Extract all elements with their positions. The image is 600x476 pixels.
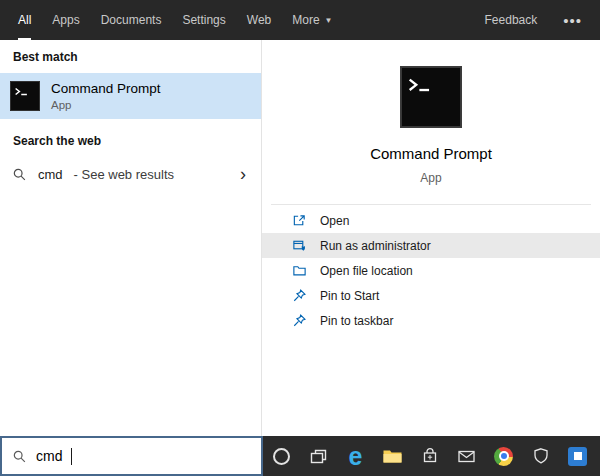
action-run-as-administrator[interactable]: Run as administrator bbox=[262, 233, 600, 258]
result-subtitle: App bbox=[51, 99, 161, 111]
action-label: Pin to taskbar bbox=[320, 314, 393, 328]
filter-tabs: All Apps Documents Settings Web More ▼ bbox=[0, 0, 333, 40]
taskbar-search-input[interactable]: cmd bbox=[0, 436, 263, 476]
tab-more[interactable]: More ▼ bbox=[292, 0, 332, 40]
pin-icon bbox=[292, 313, 307, 328]
overflow-menu-icon[interactable]: ••• bbox=[563, 12, 582, 29]
open-icon bbox=[292, 213, 307, 228]
feedback-button[interactable]: Feedback bbox=[485, 13, 538, 27]
tab-apps[interactable]: Apps bbox=[52, 0, 79, 40]
edge-icon: e bbox=[349, 444, 363, 469]
action-open[interactable]: Open bbox=[262, 208, 600, 233]
context-actions: Open Run as administrator Open file loca… bbox=[262, 208, 600, 333]
pinned-app-button[interactable] bbox=[559, 436, 596, 476]
store-icon bbox=[421, 447, 439, 465]
search-results-area: Best match Command Prompt App Search the… bbox=[0, 40, 600, 436]
taskbar-icons: e bbox=[263, 436, 596, 476]
results-list-panel: Best match Command Prompt App Search the… bbox=[0, 40, 262, 436]
tab-all[interactable]: All bbox=[18, 0, 31, 40]
command-prompt-icon bbox=[10, 81, 40, 111]
text-caret bbox=[71, 448, 72, 465]
action-label: Open bbox=[320, 214, 349, 228]
best-match-text: Command Prompt App bbox=[51, 81, 161, 112]
action-pin-to-start[interactable]: Pin to Start bbox=[262, 283, 600, 308]
search-icon bbox=[12, 449, 27, 464]
search-filter-bar: All Apps Documents Settings Web More ▼ F… bbox=[0, 0, 600, 40]
action-label: Open file location bbox=[320, 264, 413, 278]
cortana-button[interactable] bbox=[263, 436, 300, 476]
pinned-app-icon bbox=[568, 447, 587, 466]
search-input-value: cmd bbox=[36, 448, 62, 464]
defender-button[interactable] bbox=[522, 436, 559, 476]
mail-button[interactable] bbox=[448, 436, 485, 476]
file-explorer-icon bbox=[382, 448, 403, 465]
web-search-result[interactable]: cmd - See web results › bbox=[0, 157, 261, 191]
action-open-file-location[interactable]: Open file location bbox=[262, 258, 600, 283]
best-match-header: Best match bbox=[0, 40, 261, 73]
file-explorer-button[interactable] bbox=[374, 436, 411, 476]
folder-location-icon bbox=[292, 263, 307, 278]
app-preview: Command Prompt App bbox=[262, 40, 600, 185]
preview-app-title: Command Prompt bbox=[370, 145, 492, 162]
topbar-right: Feedback ••• bbox=[485, 0, 600, 40]
taskbar: cmd e bbox=[0, 436, 600, 476]
tab-web[interactable]: Web bbox=[247, 0, 271, 40]
tab-more-label: More bbox=[292, 13, 319, 27]
action-label: Pin to Start bbox=[320, 289, 379, 303]
defender-shield-icon bbox=[532, 447, 550, 465]
search-icon bbox=[12, 167, 27, 182]
cortana-icon bbox=[273, 448, 290, 465]
tab-documents[interactable]: Documents bbox=[101, 0, 162, 40]
preview-app-subtitle: App bbox=[420, 171, 441, 185]
actions-divider bbox=[271, 204, 591, 205]
task-view-icon bbox=[309, 448, 328, 465]
pin-icon bbox=[292, 288, 307, 303]
store-button[interactable] bbox=[411, 436, 448, 476]
chrome-button[interactable] bbox=[485, 436, 522, 476]
chevron-right-icon[interactable]: › bbox=[240, 165, 249, 183]
search-the-web-header: Search the web bbox=[0, 119, 261, 157]
action-label: Run as administrator bbox=[320, 239, 431, 253]
best-match-result-command-prompt[interactable]: Command Prompt App bbox=[0, 73, 261, 119]
run-as-admin-icon bbox=[292, 238, 307, 253]
edge-button[interactable]: e bbox=[337, 436, 374, 476]
chrome-icon bbox=[494, 447, 513, 466]
web-query-text: cmd bbox=[38, 167, 63, 182]
start-search-flyout: All Apps Documents Settings Web More ▼ F… bbox=[0, 0, 600, 476]
web-result-suffix: - See web results bbox=[74, 167, 174, 182]
task-view-button[interactable] bbox=[300, 436, 337, 476]
chevron-down-icon: ▼ bbox=[325, 16, 333, 25]
preview-panel: Command Prompt App Open bbox=[262, 40, 600, 436]
mail-icon bbox=[457, 448, 476, 464]
tab-settings[interactable]: Settings bbox=[182, 0, 225, 40]
command-prompt-icon-large bbox=[400, 66, 462, 128]
action-pin-to-taskbar[interactable]: Pin to taskbar bbox=[262, 308, 600, 333]
result-title: Command Prompt bbox=[51, 81, 161, 97]
